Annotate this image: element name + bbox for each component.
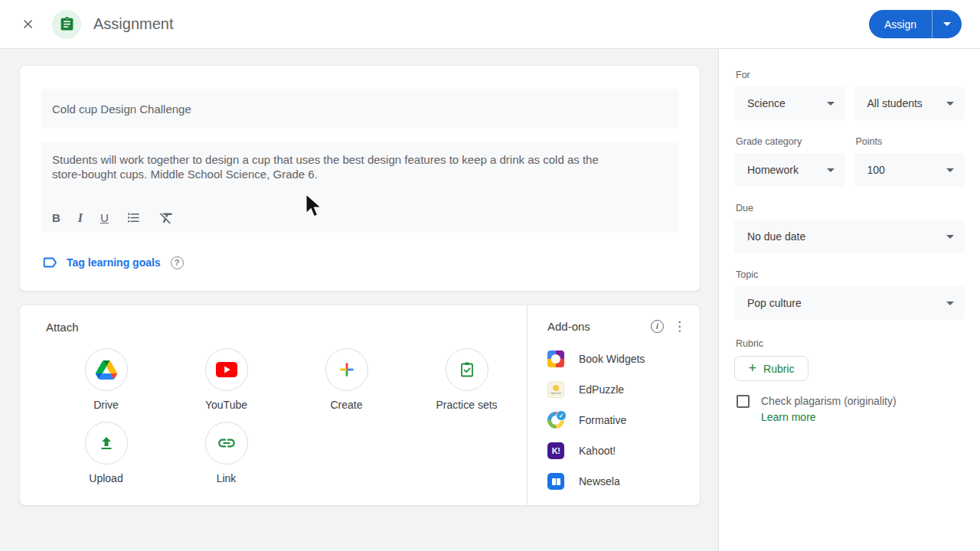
attach-practice-sets-button[interactable]: Practice sets — [407, 348, 527, 411]
points-select[interactable]: 100 — [854, 153, 965, 187]
title-value: Cold cup Design Challenge — [52, 103, 191, 116]
points-label: Points — [856, 136, 965, 147]
edpuzzle-icon: edpuzzle — [547, 381, 564, 398]
attach-grid: Drive YouTube — [46, 348, 527, 484]
addon-book-widgets[interactable]: Book Widgets — [547, 344, 686, 374]
addons-list: Book Widgets edpuzzle EdPuzzle ✓ Formati… — [547, 344, 686, 497]
chevron-down-icon — [946, 235, 954, 239]
kahoot-icon: K! — [547, 442, 564, 459]
class-select[interactable]: Science — [734, 86, 845, 120]
addons-title: Add-ons — [547, 320, 651, 333]
assignment-settings-sidebar: For Science All students Grade category … — [718, 49, 980, 551]
tag-icon — [41, 254, 58, 271]
top-bar: Assignment Assign — [0, 0, 980, 49]
class-select-value: Science — [747, 97, 786, 109]
rubric-button-label: Rubric — [763, 363, 794, 375]
for-label: For — [736, 70, 965, 80]
addon-label: Newsela — [579, 475, 620, 487]
italic-button[interactable]: I — [78, 211, 83, 225]
addon-edpuzzle[interactable]: edpuzzle EdPuzzle — [547, 374, 686, 405]
attach-item-label: YouTube — [205, 399, 247, 411]
chevron-down-icon — [946, 302, 954, 305]
page-title: Assignment — [93, 15, 174, 33]
info-icon[interactable]: i — [651, 320, 664, 333]
help-icon[interactable]: ? — [171, 256, 184, 269]
title-input[interactable]: Cold cup Design Challenge — [41, 89, 678, 129]
addons-section: Add-ons i ⋮ Book Widgets edpuzzle EdP — [527, 305, 700, 505]
topic-value: Pop culture — [747, 297, 802, 309]
addon-label: Kahoot! — [579, 445, 616, 457]
newsela-icon — [547, 473, 564, 490]
google-drive-icon — [96, 360, 117, 380]
description-input[interactable]: Students will work together to design a … — [41, 142, 678, 233]
tag-learning-goals-link[interactable]: Tag learning goals — [67, 256, 161, 269]
attach-section: Attach Dr — [20, 305, 527, 505]
clear-formatting-icon — [158, 210, 175, 226]
topic-select[interactable]: Pop culture — [734, 286, 965, 320]
close-icon[interactable] — [18, 15, 37, 34]
bold-button[interactable]: B — [52, 211, 60, 224]
chevron-down-icon — [946, 168, 954, 172]
attach-upload-button[interactable]: Upload — [46, 422, 166, 484]
attach-item-label: Drive — [93, 399, 119, 411]
bulleted-list-icon — [126, 210, 141, 225]
grade-category-value: Homework — [747, 164, 799, 176]
assign-button[interactable]: Assign — [869, 10, 933, 38]
youtube-icon — [216, 362, 237, 377]
due-date-value: No due date — [747, 230, 805, 243]
underline-button[interactable]: U — [100, 211, 109, 224]
addon-label: EdPuzzle — [579, 383, 624, 396]
chevron-down-icon — [943, 22, 951, 26]
addon-kahoot[interactable]: K! Kahoot! — [547, 435, 686, 466]
assignment-details-card: Cold cup Design Challenge Students will … — [19, 65, 701, 292]
chevron-down-icon — [946, 102, 954, 106]
upload-icon — [97, 434, 116, 452]
attach-title: Attach — [46, 321, 527, 334]
create-plus-icon — [338, 360, 356, 379]
addon-label: Formative — [579, 414, 626, 426]
assignment-icon — [52, 10, 81, 39]
book-widgets-icon — [547, 350, 564, 367]
attach-addons-card: Attach Dr — [19, 305, 701, 506]
add-rubric-button[interactable]: + Rubric — [734, 356, 808, 381]
bulleted-list-button[interactable] — [126, 210, 141, 225]
assign-split-button: Assign — [869, 10, 962, 38]
chevron-down-icon — [827, 168, 835, 172]
practice-sets-icon — [458, 360, 476, 379]
learn-more-link[interactable]: Learn more — [761, 411, 816, 423]
assign-dropdown-button[interactable] — [933, 10, 962, 38]
students-select-value: All students — [867, 97, 923, 109]
due-label: Due — [736, 203, 965, 214]
attach-link-button[interactable]: Link — [166, 422, 286, 484]
attach-item-label: Link — [217, 472, 237, 484]
formatting-toolbar: B I U — [52, 210, 175, 226]
rubric-label: Rubric — [736, 338, 965, 349]
clear-formatting-button[interactable] — [158, 210, 175, 226]
grade-category-label: Grade category — [736, 136, 845, 147]
plagiarism-checkbox-label: Check plagarism (originality) — [761, 394, 897, 408]
tag-learning-goals-row: Tag learning goals ? — [41, 254, 678, 271]
formative-icon: ✓ — [547, 412, 564, 429]
points-value: 100 — [867, 164, 885, 176]
due-date-select[interactable]: No due date — [734, 220, 965, 253]
plus-icon: + — [749, 361, 757, 375]
addon-formative[interactable]: ✓ Formative — [547, 405, 686, 435]
topic-label: Topic — [736, 269, 965, 280]
plagiarism-checkbox[interactable] — [737, 395, 750, 408]
more-options-icon[interactable]: ⋮ — [673, 320, 686, 333]
attach-item-label: Create — [330, 399, 362, 411]
addon-newsela[interactable]: Newsela — [547, 466, 686, 497]
students-select[interactable]: All students — [854, 86, 965, 120]
attach-drive-button[interactable]: Drive — [46, 348, 166, 411]
chevron-down-icon — [827, 102, 835, 106]
link-icon — [217, 433, 237, 453]
attach-item-label: Upload — [89, 472, 122, 484]
assignment-main-area: Cold cup Design Challenge Students will … — [0, 49, 718, 551]
addon-label: Book Widgets — [579, 353, 645, 365]
attach-item-label: Practice sets — [436, 399, 497, 411]
attach-youtube-button[interactable]: YouTube — [166, 348, 286, 411]
attach-create-button[interactable]: Create — [286, 348, 407, 411]
grade-category-select[interactable]: Homework — [734, 153, 845, 187]
description-value: Students will work together to design a … — [41, 142, 622, 181]
